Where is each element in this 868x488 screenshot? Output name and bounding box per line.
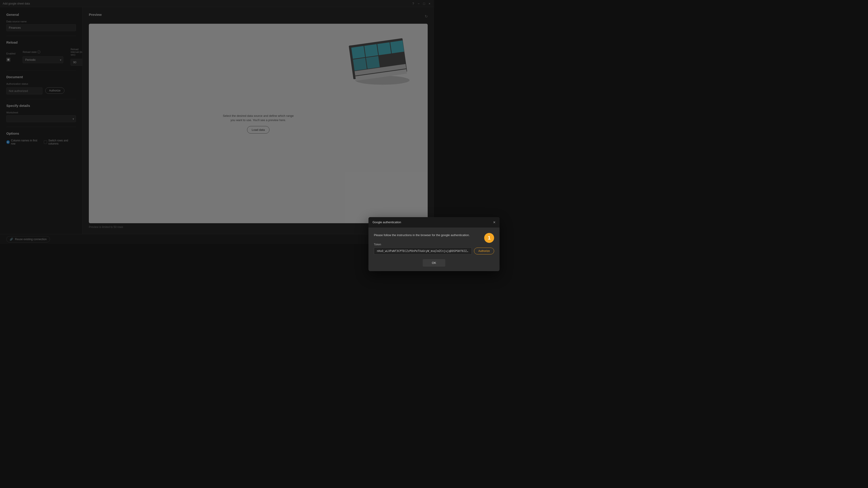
token-label: Token <box>374 243 434 244</box>
google-auth-modal: Google authentication × Please follow th… <box>368 217 434 244</box>
modal-title: Google authentication <box>373 221 401 224</box>
modal-instruction-row: Please follow the instructions in the br… <box>374 233 434 243</box>
modal-instruction-text: Please follow the instructions in the br… <box>374 233 434 237</box>
modal-body: Please follow the instructions in the br… <box>368 228 434 244</box>
modal-overlay[interactable]: Google authentication × Please follow th… <box>0 0 434 244</box>
token-section: Token nHuO_wLXPaNf3CPTECZzPOnPeTXaUcyW_m… <box>374 243 434 244</box>
modal-header: Google authentication × <box>368 217 434 228</box>
